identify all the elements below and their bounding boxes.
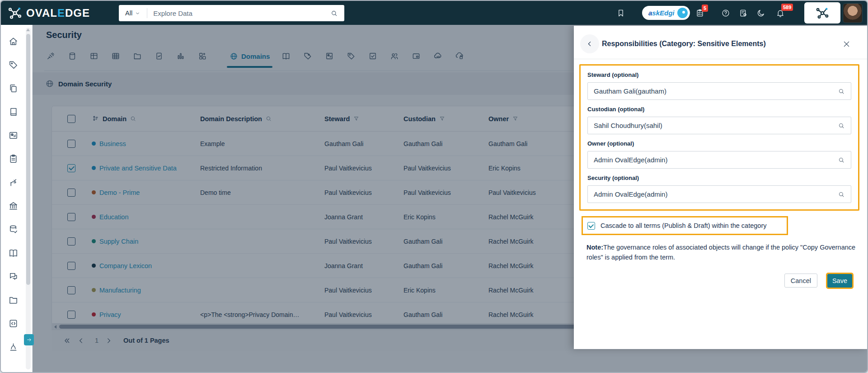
sidebar-item-projects[interactable] [1, 147, 25, 170]
field-value: Gautham Gali(gautham) [594, 87, 666, 95]
notifications-badge: 589 [781, 4, 793, 11]
ask-edgi-button[interactable]: askEdgi [642, 6, 690, 20]
search-input[interactable]: Explore Data [153, 9, 330, 17]
responsibilities-drawer: Responsibilities (Category: Sensitive El… [574, 26, 867, 349]
sidebar-item-glossary[interactable] [1, 241, 25, 264]
field-label: Owner (optional) [587, 140, 851, 147]
search-icon [838, 88, 845, 95]
field-input[interactable]: Gautham Gali(gautham) [587, 82, 851, 100]
tasks-badge: 5 [702, 5, 708, 12]
sidebar-item-tags[interactable] [1, 53, 25, 76]
sidebar-expand-button[interactable] [24, 334, 34, 345]
caret-down-icon[interactable] [134, 10, 141, 17]
bank-icon [8, 201, 19, 211]
sidebar-item-home[interactable] [1, 29, 25, 53]
tag-icon [8, 60, 19, 70]
sidebar-scroll-thumb[interactable] [26, 34, 30, 285]
ovaledge-mark-icon [815, 5, 830, 21]
field-value: Admin OvalEdge(admin) [594, 156, 667, 164]
brand-name: OVALEDGE [26, 7, 90, 19]
endorse-icon [8, 177, 19, 188]
app-switcher-tile[interactable] [804, 2, 840, 24]
bookmark-icon[interactable] [616, 9, 625, 18]
field-steward: Steward (optional)Gautham Gali(gautham) [587, 71, 851, 100]
sidebar-item-governance[interactable] [1, 194, 25, 217]
search-icon [838, 156, 845, 164]
folder-icon [8, 295, 19, 305]
drawer-divider [574, 59, 867, 59]
search-icon [838, 191, 845, 198]
sidebar [1, 25, 33, 372]
report-icon [8, 130, 19, 141]
cascade-checkbox[interactable] [587, 222, 595, 230]
ask-edgi-label: askEdgi [648, 9, 675, 17]
sidebar-item-files[interactable] [1, 288, 25, 312]
cascade-label: Cascade to all terms (Publish & Draft) w… [601, 222, 766, 229]
field-label: Steward (optional) [587, 71, 851, 78]
sidebar-item-reports[interactable] [1, 123, 25, 147]
field-security: Security (optional)Admin OvalEdge(admin) [587, 175, 851, 203]
back-button[interactable] [580, 34, 599, 53]
arrow-right-icon [26, 337, 32, 343]
roles-highlight-box: Steward (optional)Gautham Gali(gautham)C… [579, 64, 859, 211]
app-window: OVALEDGE All Explore Data askEdgi 5 589 [0, 0, 868, 373]
search-icon [838, 122, 845, 129]
field-input[interactable]: Sahil Choudhury(sahil) [587, 117, 851, 134]
topbar: OVALEDGE All Explore Data askEdgi 5 589 [1, 1, 867, 25]
sidebar-item-endorsements[interactable] [1, 170, 25, 194]
sidebar-item-collaboration[interactable] [1, 264, 25, 288]
ovaledge-logo-icon [7, 5, 23, 21]
robot-icon [677, 8, 688, 18]
field-label: Security (optional) [587, 175, 851, 181]
drawer-title: Responsibilities (Category: Sensitive El… [602, 40, 766, 48]
drawer-actions: Cancel Save [784, 274, 852, 288]
user-avatar[interactable] [843, 3, 863, 23]
sidebar-item-query-sheet[interactable] [1, 312, 25, 335]
field-label: Custodian (optional) [587, 106, 851, 113]
save-button[interactable]: Save [827, 274, 852, 288]
release-notes-icon[interactable] [739, 9, 748, 18]
sidebar-item-catalog[interactable] [1, 100, 25, 123]
search-icon[interactable] [330, 9, 338, 17]
field-owner: Owner (optional)Admin OvalEdge(admin) [587, 140, 851, 169]
scroll-up-arrow[interactable] [26, 28, 30, 31]
field-custodian: Custodian (optional)Sahil Choudhury(sahi… [587, 106, 851, 134]
brand-logo[interactable]: OVALEDGE [7, 5, 90, 21]
open-book-icon [8, 248, 19, 258]
chevron-left-icon [586, 40, 593, 47]
cancel-button[interactable]: Cancel [784, 274, 817, 288]
dark-mode-icon[interactable] [756, 9, 765, 18]
cascade-highlight-box: Cascade to all terms (Publish & Draft) w… [582, 216, 788, 235]
close-button[interactable] [842, 40, 851, 48]
clipboard-icon [8, 154, 19, 164]
db-check-icon [8, 224, 19, 235]
field-input[interactable]: Admin OvalEdge(admin) [587, 151, 851, 169]
copy-icon [8, 83, 19, 94]
search-scope-dropdown[interactable]: All [125, 9, 132, 17]
governance-note: Note:The governance roles of associated … [586, 242, 860, 263]
help-icon[interactable] [721, 9, 730, 18]
global-search[interactable]: All Explore Data [119, 5, 344, 21]
field-value: Sahil Choudhury(sahil) [594, 122, 662, 129]
sidebar-item-jobs[interactable] [1, 335, 25, 359]
sidebar-item-literature[interactable] [1, 76, 25, 100]
field-input[interactable]: Admin OvalEdge(admin) [587, 185, 851, 203]
field-value: Admin OvalEdge(admin) [594, 190, 667, 198]
search-divider [147, 8, 147, 18]
home-icon [8, 36, 19, 47]
sidebar-item-data-quality[interactable] [1, 217, 25, 241]
chat-icon [8, 271, 19, 282]
code-box-icon [8, 318, 19, 329]
book-icon [8, 107, 19, 117]
tree-icon [8, 342, 19, 352]
